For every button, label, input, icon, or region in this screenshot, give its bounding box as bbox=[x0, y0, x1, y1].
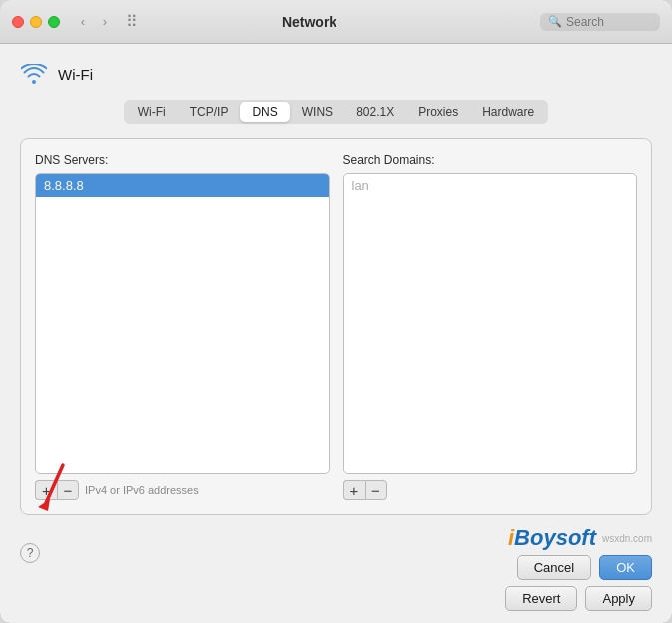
cancel-button[interactable]: Cancel bbox=[517, 555, 591, 580]
apply-button[interactable]: Apply bbox=[585, 586, 652, 611]
dns-panel: DNS Servers: 8.8.8.8 + − IPv4 or IPv6 ad… bbox=[20, 138, 652, 515]
wifi-label: Wi-Fi bbox=[58, 66, 93, 83]
search-domains-label: Search Domains: bbox=[343, 153, 638, 167]
tab-hardware[interactable]: Hardware bbox=[470, 102, 546, 122]
window-content: Wi-Fi Wi-Fi TCP/IP DNS WINS 802.1X Proxi… bbox=[0, 44, 672, 623]
domains-remove-button[interactable]: − bbox=[365, 480, 387, 500]
dns-controls-row: + − IPv4 or IPv6 addresses bbox=[35, 480, 330, 500]
tab-wifi[interactable]: Wi-Fi bbox=[126, 102, 178, 122]
wifi-header: Wi-Fi bbox=[20, 60, 652, 88]
dns-add-button[interactable]: + bbox=[35, 480, 57, 500]
revert-button[interactable]: Revert bbox=[505, 586, 577, 611]
logo-i: iBoysoft bbox=[508, 525, 596, 551]
logo-sub: wsxdn.com bbox=[602, 533, 652, 544]
domains-add-button[interactable]: + bbox=[343, 480, 365, 500]
dns-servers-label: DNS Servers: bbox=[35, 153, 330, 167]
dns-server-item[interactable]: 8.8.8.8 bbox=[36, 174, 329, 197]
logo-name: Boysoft bbox=[514, 525, 596, 550]
search-box: 🔍 bbox=[540, 13, 660, 31]
search-domains-column: Search Domains: lan + − bbox=[343, 153, 638, 500]
search-domains-list[interactable]: lan bbox=[343, 173, 638, 474]
maximize-button[interactable] bbox=[48, 16, 60, 28]
tab-8021x[interactable]: 802.1X bbox=[344, 102, 406, 122]
bottom-bar: ? iBoysoft wsxdn.com Cancel OK bbox=[20, 525, 652, 580]
tab-dns[interactable]: DNS bbox=[240, 102, 289, 122]
right-section: iBoysoft wsxdn.com Cancel OK bbox=[508, 525, 652, 580]
tab-proxies[interactable]: Proxies bbox=[406, 102, 470, 122]
search-domains-placeholder: lan bbox=[344, 174, 637, 197]
search-input[interactable] bbox=[566, 15, 652, 29]
search-icon: 🔍 bbox=[548, 15, 562, 28]
dns-remove-button[interactable]: − bbox=[57, 480, 79, 500]
dns-list-controls: + − bbox=[35, 480, 79, 500]
dns-servers-column: DNS Servers: 8.8.8.8 + − IPv4 or IPv6 ad… bbox=[35, 153, 330, 500]
search-domains-controls-row: + − bbox=[343, 480, 638, 500]
help-button[interactable]: ? bbox=[20, 543, 40, 563]
cancel-ok-row: Cancel OK bbox=[517, 555, 652, 580]
logo-area: iBoysoft wsxdn.com bbox=[508, 525, 652, 551]
minimize-button[interactable] bbox=[30, 16, 42, 28]
tabs: Wi-Fi TCP/IP DNS WINS 802.1X Proxies Har… bbox=[124, 100, 548, 124]
close-button[interactable] bbox=[12, 16, 24, 28]
tab-wins[interactable]: WINS bbox=[290, 102, 344, 122]
tabs-container: Wi-Fi TCP/IP DNS WINS 802.1X Proxies Har… bbox=[20, 100, 652, 124]
dns-columns: DNS Servers: 8.8.8.8 + − IPv4 or IPv6 ad… bbox=[35, 153, 637, 500]
tab-tcpip[interactable]: TCP/IP bbox=[178, 102, 241, 122]
dns-hint-text: IPv4 or IPv6 addresses bbox=[85, 484, 199, 496]
ok-button[interactable]: OK bbox=[599, 555, 652, 580]
wifi-icon bbox=[20, 60, 48, 88]
titlebar-title: Network bbox=[78, 14, 540, 30]
search-domains-list-controls: + − bbox=[343, 480, 387, 500]
titlebar: ‹ › ⠿ Network 🔍 bbox=[0, 0, 672, 44]
dns-servers-list[interactable]: 8.8.8.8 bbox=[35, 173, 330, 474]
revert-apply-row: Revert Apply bbox=[20, 586, 652, 611]
traffic-lights bbox=[12, 16, 60, 28]
